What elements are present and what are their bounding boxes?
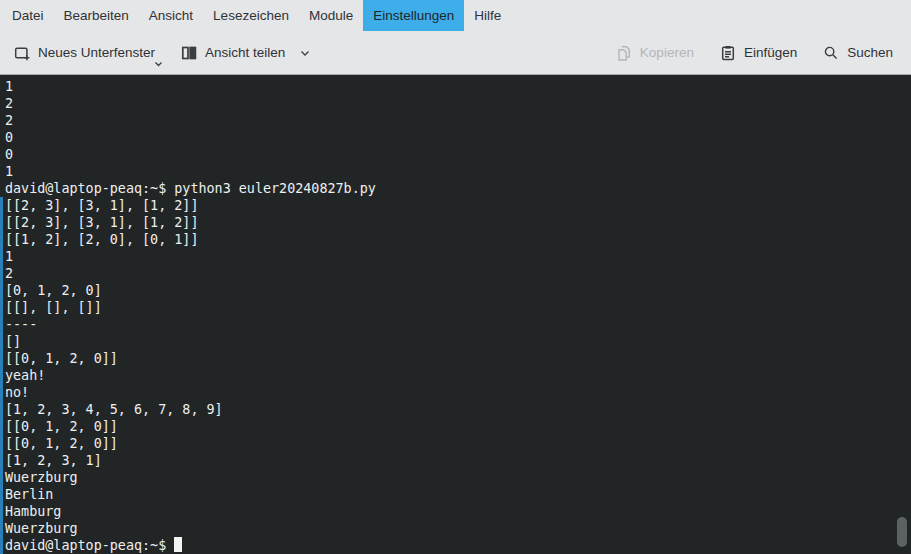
prompt-line: david@laptop-peaq:~$ <box>0 537 911 554</box>
scrollbar-thumb[interactable] <box>897 517 907 547</box>
output-line: no! <box>0 384 911 401</box>
output-line: [] <box>0 333 911 350</box>
output-line: ---- <box>0 316 911 333</box>
paste-icon <box>720 45 736 61</box>
menu-item-ansicht[interactable]: Ansicht <box>139 0 203 31</box>
new-tab-label: Neues Unterfenster <box>38 45 155 60</box>
terminal-output-lines: 122001david@laptop-peaq:~$ python3 euler… <box>0 78 911 554</box>
new-tab-button[interactable]: Neues Unterfenster <box>14 45 155 61</box>
output-line: 0 <box>0 129 911 146</box>
search-icon <box>823 45 839 61</box>
output-line: 1 <box>0 78 911 95</box>
terminal-output[interactable]: 122001david@laptop-peaq:~$ python3 euler… <box>0 75 911 554</box>
split-view-button[interactable]: Ansicht teilen <box>181 45 311 61</box>
output-line: [1, 2, 3, 4, 5, 6, 7, 8, 9] <box>0 401 911 418</box>
output-line: 2 <box>0 95 911 112</box>
output-line: [[1, 2], [2, 0], [0, 1]] <box>0 231 911 248</box>
output-line: 1 <box>0 163 911 180</box>
output-line: 1 <box>0 248 911 265</box>
new-tab-icon <box>14 45 30 61</box>
copy-icon <box>616 45 632 61</box>
menu-item-lesezeichen[interactable]: Lesezeichen <box>203 0 299 31</box>
output-line: 2 <box>0 265 911 282</box>
search-button[interactable]: Suchen <box>823 45 893 61</box>
menu-item-einstellungen[interactable]: Einstellungen <box>363 0 464 31</box>
menu-item-module[interactable]: Module <box>299 0 363 31</box>
menu-bar: DateiBearbeitenAnsichtLesezeichenModuleE… <box>0 0 911 31</box>
terminal-cursor <box>174 537 182 552</box>
copy-button[interactable]: Kopieren <box>616 45 694 61</box>
search-label: Suchen <box>847 45 893 60</box>
output-line: [[2, 3], [3, 1], [1, 2]] <box>0 214 911 231</box>
output-line: [[0, 1, 2, 0]] <box>0 350 911 367</box>
menu-item-datei[interactable]: Datei <box>2 0 54 31</box>
paste-button[interactable]: Einfügen <box>720 45 797 61</box>
output-line: Wuerzburg <box>0 520 911 537</box>
output-line: yeah! <box>0 367 911 384</box>
output-line: 2 <box>0 112 911 129</box>
split-view-chevron-down-icon <box>299 47 311 59</box>
menu-item-hilfe[interactable]: Hilfe <box>464 0 511 31</box>
copy-label: Kopieren <box>640 45 694 60</box>
output-line: [[0, 1, 2, 0]] <box>0 435 911 452</box>
output-line: Hamburg <box>0 503 911 520</box>
scrollbar[interactable] <box>894 75 911 554</box>
split-view-label: Ansicht teilen <box>205 45 285 60</box>
konsole-window: DateiBearbeitenAnsichtLesezeichenModuleE… <box>0 0 911 554</box>
new-tab-longpress-chevron-icon <box>154 61 163 68</box>
paste-label: Einfügen <box>744 45 797 60</box>
output-line: [[0, 1, 2, 0]] <box>0 418 911 435</box>
split-view-icon <box>181 45 197 61</box>
menu-item-bearbeiten[interactable]: Bearbeiten <box>54 0 139 31</box>
output-line: [1, 2, 3, 1] <box>0 452 911 469</box>
output-line: [[2, 3], [3, 1], [1, 2]] <box>0 197 911 214</box>
output-line: 0 <box>0 146 911 163</box>
output-line: [0, 1, 2, 0] <box>0 282 911 299</box>
toolbar: Neues Unterfenster Ansicht teilen <box>0 31 911 75</box>
prompt-line: david@laptop-peaq:~$ python3 euler202408… <box>0 180 911 197</box>
output-line: Berlin <box>0 486 911 503</box>
output-line: Wuerzburg <box>0 469 911 486</box>
output-line: [[], [], []] <box>0 299 911 316</box>
